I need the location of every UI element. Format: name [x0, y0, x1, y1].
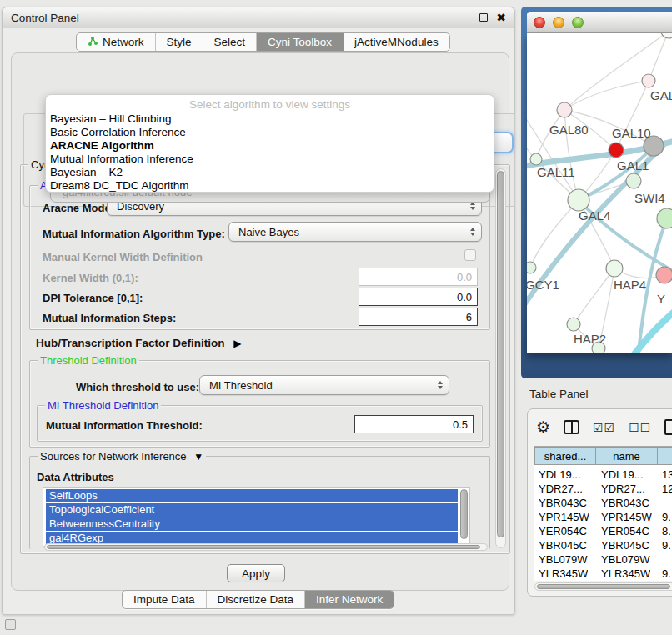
- export-table-icon[interactable]: [664, 419, 672, 435]
- table-cell[interactable]: 12: [662, 482, 672, 496]
- minimize-traffic-light[interactable]: [553, 17, 564, 28]
- mi-algorithm-type-combo[interactable]: Naive Bayes: [228, 222, 482, 242]
- table-cell[interactable]: YDL19...: [539, 468, 581, 482]
- node-hap4[interactable]: [606, 260, 623, 277]
- close-traffic-light[interactable]: [534, 17, 545, 28]
- combo-arrows-icon: [470, 228, 475, 236]
- node-partial-top[interactable]: [661, 33, 672, 38]
- popup-item[interactable]: Bayesian – K2: [46, 166, 494, 179]
- float-window-icon[interactable]: [479, 13, 488, 22]
- node-gal80[interactable]: [557, 102, 572, 118]
- table-cell[interactable]: 9.: [662, 567, 671, 581]
- popup-item[interactable]: Basic Correlation Inference: [46, 126, 494, 139]
- algorithm-definition-group: Algorithm Definition Aracne Mode: Discov…: [29, 185, 490, 330]
- sources-group-title[interactable]: Sources for Network Inference ▼: [38, 450, 206, 462]
- mi-threshold-field[interactable]: 0.5: [354, 415, 474, 433]
- table-cell[interactable]: YDL19...: [601, 468, 644, 482]
- tab-impute-data[interactable]: Impute Data: [123, 591, 207, 608]
- table-horizontal-scrollbar[interactable]: [534, 582, 672, 591]
- table-cell[interactable]: YBR045C: [601, 538, 649, 552]
- tab-discretize-data[interactable]: Discretize Data: [207, 591, 306, 608]
- mi-type-value: Naive Bayes: [238, 226, 299, 238]
- list-item[interactable]: SelfLoops: [46, 489, 458, 502]
- network-view-window: GAL GAL80 GAL10 GAL11 GAL1 SWI4 GAL4 GCY…: [521, 7, 672, 378]
- control-panel-window: Control Panel ✖ Network Style Select Cyn…: [2, 7, 515, 615]
- table-cell[interactable]: 13: [662, 468, 672, 482]
- dpi-tolerance-label: DPI Tolerance [0,1]:: [43, 292, 143, 304]
- kernel-width-field[interactable]: 0.0: [359, 268, 478, 286]
- table-cell[interactable]: YER054C: [539, 524, 587, 538]
- hub-definition-toggle[interactable]: Hub/Transcription Factor Definition ▶: [36, 337, 242, 349]
- table-cell[interactable]: YPR145W: [539, 510, 589, 524]
- table-cell[interactable]: YBL079W: [601, 552, 650, 567]
- popup-item-selected[interactable]: ARACNE Algorithm: [46, 139, 494, 152]
- node-swi4-green[interactable]: [657, 208, 672, 228]
- table-cell[interactable]: 8.: [662, 524, 671, 538]
- node-table: shared... name A YDL19... YDR27... YBR04…: [534, 446, 672, 581]
- table-cell[interactable]: YBR043C: [539, 496, 587, 510]
- zoom-traffic-light[interactable]: [572, 17, 584, 28]
- network-canvas[interactable]: GAL GAL80 GAL10 GAL11 GAL1 SWI4 GAL4 GCY…: [527, 33, 672, 353]
- sources-group: Sources for Network Inference ▼ Data Att…: [29, 456, 490, 549]
- list-item[interactable]: BetweennessCentrality: [46, 518, 458, 531]
- threshold-definition-group: Threshold Definition Which threshold to …: [29, 360, 490, 448]
- list-vertical-scrollbar[interactable]: [459, 489, 469, 544]
- table-cell[interactable]: YBR045C: [539, 538, 587, 552]
- gear-icon[interactable]: ⚙: [536, 420, 550, 435]
- close-icon[interactable]: ✖: [496, 13, 506, 22]
- popup-item[interactable]: Dream8 DC_TDC Algorithm: [46, 179, 494, 192]
- mi-threshold-label: Mutual Information Threshold:: [46, 419, 203, 432]
- table-cell[interactable]: YDR27...: [539, 482, 583, 496]
- algorithm-dropdown-popup: Select algorithm to view settings Bayesi…: [45, 94, 494, 192]
- control-panel-title: Control Panel: [11, 12, 79, 24]
- column-header-name[interactable]: name: [595, 447, 658, 465]
- node-hap2[interactable]: [567, 318, 580, 331]
- table-cell[interactable]: YDR27...: [601, 482, 645, 496]
- settings-vertical-scrollbar[interactable]: [495, 168, 506, 548]
- popup-item[interactable]: Bayesian – Hill Climbing: [46, 112, 494, 126]
- cyni-algorithm-settings-group: Cyni Algorithm Settings Algorithm Defini…: [20, 164, 510, 554]
- aracne-mode-label: Aracne Mode:: [43, 202, 114, 214]
- combo-arrows-icon: [438, 381, 443, 389]
- table-cell[interactable]: YER054C: [601, 524, 649, 538]
- tab-select[interactable]: Select: [203, 33, 258, 51]
- tab-jactivemnodules[interactable]: jActiveMNodules: [344, 33, 449, 51]
- mi-steps-field[interactable]: 6: [359, 308, 478, 326]
- tab-cyni-toolbox[interactable]: Cyni Toolbox: [257, 33, 344, 51]
- select-all-checks-icon[interactable]: ☑☑: [593, 421, 615, 434]
- table-cell[interactable]: YBR043C: [601, 496, 649, 510]
- settings-horizontal-scrollbar[interactable]: [44, 543, 488, 551]
- node-gal1[interactable]: [626, 173, 641, 188]
- node-gcy1[interactable]: [527, 262, 536, 273]
- popup-item[interactable]: Mutual Information Inference: [46, 152, 494, 166]
- which-threshold-combo[interactable]: MI Threshold: [199, 375, 449, 395]
- node-gal-cut[interactable]: [642, 74, 655, 88]
- tab-network[interactable]: Network: [77, 33, 156, 51]
- dpi-tolerance-field[interactable]: 0.0: [359, 288, 478, 306]
- deselect-all-checks-icon[interactable]: ☐☐: [629, 421, 651, 434]
- tab-style[interactable]: Style: [156, 33, 203, 51]
- minimized-panel-icon[interactable]: [5, 619, 16, 630]
- node-red-selected[interactable]: [609, 142, 624, 158]
- table-cell[interactable]: YPR145W: [601, 510, 652, 524]
- table-cell[interactable]: YLR345W: [539, 567, 588, 581]
- table-cell[interactable]: 9.: [662, 538, 671, 552]
- node-y-pink[interactable]: [656, 267, 672, 283]
- list-item[interactable]: TopologicalCoefficient: [46, 503, 458, 517]
- table-cell[interactable]: 9.: [662, 510, 671, 524]
- column-header-shared-name[interactable]: shared...: [534, 447, 596, 465]
- data-attributes-label: Data Attributes: [37, 471, 114, 483]
- thick-cyan-edge: [625, 305, 672, 353]
- table-cell[interactable]: YBL079W: [539, 552, 588, 567]
- manual-kernel-checkbox[interactable]: [464, 249, 476, 261]
- table-cell[interactable]: YLR345W: [601, 567, 650, 581]
- columns-icon[interactable]: [564, 420, 579, 434]
- apply-button[interactable]: Apply: [227, 564, 285, 582]
- node-label: Y: [657, 292, 665, 306]
- column-header-partial[interactable]: A: [657, 447, 672, 465]
- node-gal11[interactable]: [530, 153, 542, 165]
- tab-infer-network[interactable]: Infer Network: [305, 591, 394, 608]
- node-label: HAP4: [614, 278, 646, 292]
- mi-threshold-group-title: MI Threshold Definition: [45, 399, 161, 412]
- mi-type-label: Mutual Information Algorithm Type:: [43, 228, 225, 240]
